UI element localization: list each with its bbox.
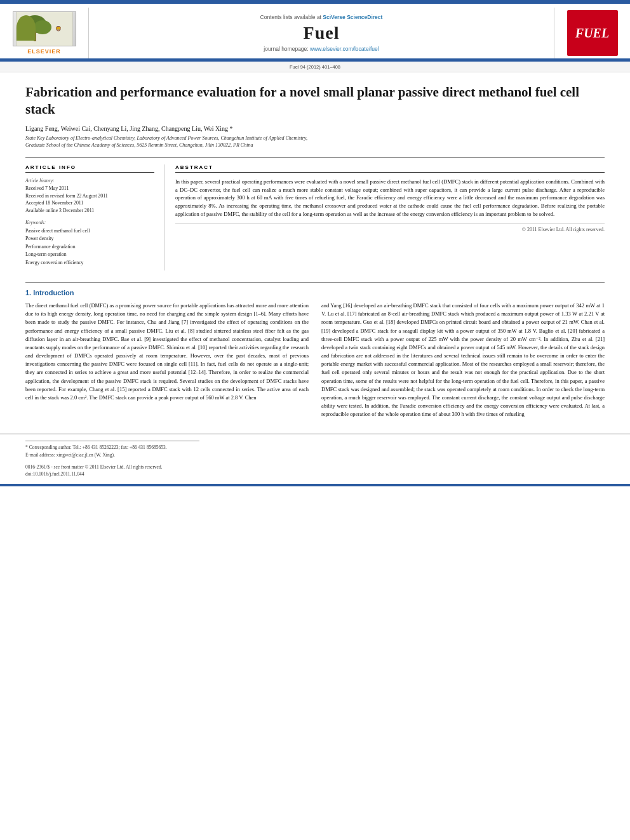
fuel-logo-text: FUEL — [575, 26, 609, 41]
corresponding-author-note: * Corresponding author. Tel.: +86 431 85… — [25, 444, 605, 451]
abstract-column: ABSTRACT In this paper, several practica… — [165, 164, 605, 270]
sciverse-line: Contents lists available at SciVerse Sci… — [260, 14, 383, 20]
journal-title-section: Contents lists available at SciVerse Sci… — [89, 8, 554, 58]
article-info-abstract: ARTICLE INFO Article history: Received 7… — [25, 157, 605, 270]
history-label: Article history: — [25, 178, 154, 183]
section-title: Introduction — [33, 289, 74, 297]
body-columns: The direct methanol fuel cell (DMFC) as … — [25, 302, 605, 418]
article-main: Fabrication and performance evaluation f… — [0, 72, 630, 427]
keyword-3: Performance degradation — [25, 243, 154, 251]
keywords-label: Keywords: — [25, 220, 154, 225]
sciverse-link[interactable]: SciVerse ScienceDirect — [323, 14, 382, 20]
citation-line: Fuel 94 (2012) 401–408 — [290, 64, 340, 70]
doi-note: doi:10.1016/j.fuel.2011.11.044 — [25, 470, 605, 477]
intro-col2-text: and Yang [16] developed an air-breathing… — [321, 302, 605, 418]
intro-col1-text: The direct methanol fuel cell (DMFC) as … — [25, 302, 309, 402]
svg-point-3 — [34, 20, 51, 34]
received-date: Received 7 May 2011 — [25, 185, 154, 192]
elsevier-logo: 🦁 ELSEVIER — [13, 11, 76, 55]
authors-text: Ligang Feng, Weiwei Cai, Chenyang Li, Ji… — [25, 125, 233, 132]
article-history-group: Article history: Received 7 May 2011 Rec… — [25, 178, 154, 215]
bottom-bar — [0, 484, 630, 486]
keywords-group: Keywords: Passive direct methanol fuel c… — [25, 220, 154, 267]
authors-line: Ligang Feng, Weiwei Cai, Chenyang Li, Ji… — [25, 125, 605, 132]
article-footer: * Corresponding author. Tel.: +86 431 85… — [0, 434, 630, 481]
svg-rect-4 — [34, 32, 36, 41]
affiliation: State Key Laboratory of Electro-analytic… — [25, 135, 605, 149]
accepted-date: Accepted 18 November 2011 — [25, 199, 154, 207]
homepage-url[interactable]: www.elsevier.com/locate/fuel — [310, 46, 379, 52]
abstract-text: In this paper, several practical operati… — [175, 178, 605, 218]
svg-point-2 — [21, 23, 36, 36]
footnote-separator — [25, 441, 199, 441]
section-heading: 1. Introduction — [25, 289, 605, 297]
license-note: 0016-2361/$ - see front matter © 2011 El… — [25, 463, 605, 470]
revised-date: Received in revised form 22 August 2011 — [25, 192, 154, 200]
keyword-2: Power density — [25, 235, 154, 243]
keyword-1: Passive direct methanol fuel cell — [25, 227, 154, 235]
journal-name: Fuel — [304, 23, 340, 43]
affiliation-line2: Graduate School of the Chinese Academy o… — [25, 142, 253, 148]
sciverse-prefix: Contents lists available at — [260, 14, 323, 20]
fuel-logo: FUEL — [567, 10, 618, 56]
available-date: Available online 3 December 2011 — [25, 207, 154, 215]
fuel-logo-section: FUEL — [554, 8, 630, 58]
article-title: Fabrication and performance evaluation f… — [25, 84, 605, 119]
keyword-5: Energy conversion efficiency — [25, 259, 154, 267]
elsevier-text: ELSEVIER — [27, 48, 61, 55]
body-col-left: The direct methanol fuel cell (DMFC) as … — [25, 302, 309, 418]
body-col-right: and Yang [16] developed an air-breathing… — [321, 302, 605, 418]
svg-text:🦁: 🦁 — [55, 25, 62, 32]
homepage-prefix: journal homepage: — [264, 46, 310, 52]
copyright: © 2011 Elsevier Ltd. All rights reserved… — [175, 223, 605, 232]
affiliation-line1: State Key Laboratory of Electro-analytic… — [25, 135, 307, 141]
section-number: 1. — [25, 289, 31, 297]
article-info-label: ARTICLE INFO — [25, 164, 154, 173]
article-info-column: ARTICLE INFO Article history: Received 7… — [25, 164, 165, 270]
journal-header: 🦁 ELSEVIER Contents lists available at S… — [0, 4, 630, 60]
elsevier-image: 🦁 — [13, 11, 76, 46]
keyword-4: Long-term operation — [25, 251, 154, 258]
introduction-section: 1. Introduction The direct methanol fuel… — [25, 282, 605, 418]
abstract-label: ABSTRACT — [175, 164, 605, 173]
email-note: E-mail address: xingwei@ciac.jl.cn (W. X… — [25, 451, 605, 458]
elsevier-logo-section: 🦁 ELSEVIER — [0, 8, 89, 58]
journal-homepage: journal homepage: www.elsevier.com/locat… — [264, 46, 379, 52]
